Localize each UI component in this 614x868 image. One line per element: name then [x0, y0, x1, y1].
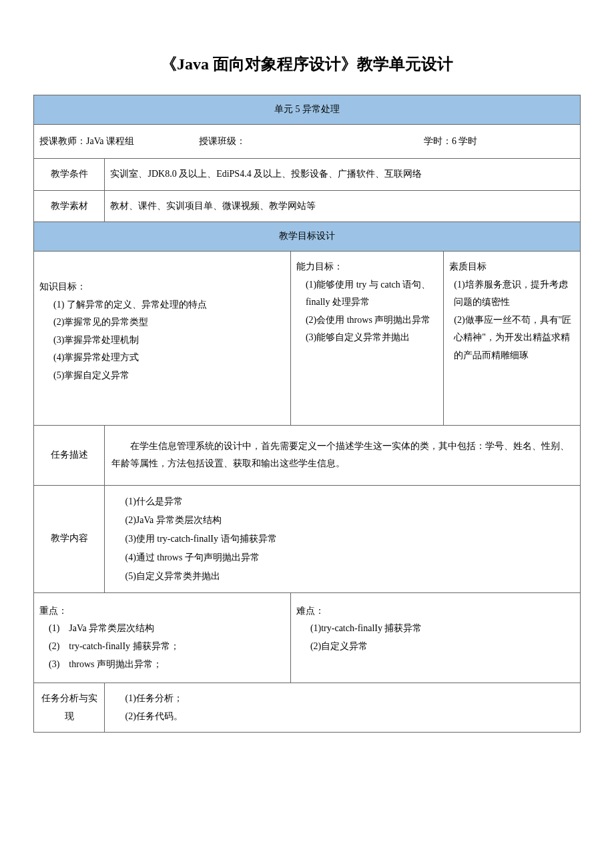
ability-goal-item: (3)能够自定义异常并抛出	[296, 329, 438, 347]
materials-value: 教材、课件、实训项目单、微课视频、教学网站等	[105, 190, 581, 222]
goals-header: 教学目标设计	[34, 222, 581, 252]
knowledge-goal-item: (4)掌握异常处理方式	[39, 349, 285, 367]
difficulties: 难点： (1)try-catch-finalIy 捕获异常 (2)自定义异常	[290, 592, 580, 683]
key-points-title: 重点：	[39, 602, 285, 620]
difficulties-title: 难点：	[296, 602, 575, 620]
class-label: 授课班级：	[199, 136, 246, 146]
quality-goal-item: (2)做事应一丝不苟，具有"匠心精神"，为开发出精益求精的产品而精雕细琢	[449, 312, 575, 365]
quality-goal-item: (1)培养服务意识，提升考虑问题的缜密性	[449, 276, 575, 312]
materials-label: 教学素材	[34, 190, 105, 222]
teach-content: (1)什么是异常 (2)JaVa 异常类层次结构 (3)使用 try-catch…	[105, 485, 581, 592]
ability-goals-title: 能力目标：	[296, 258, 438, 276]
quality-goals-title: 素质目标	[449, 258, 575, 276]
teacher-value: JaVa 课程组	[86, 136, 134, 146]
ability-goals: 能力目标： (1)能够使用 try 与 catch 语句、finally 处理异…	[290, 251, 443, 425]
teach-content-label: 教学内容	[34, 485, 105, 592]
ability-goal-item: (2)会使用 throws 声明抛出异常	[296, 312, 438, 330]
conditions-value: 实训室、JDK8.0 及以上、EdiPS4.4 及以上、投影设备、广播软件、互联…	[105, 159, 581, 191]
teach-content-item: (3)使用 try-catch-finalIy 语句捕获异常	[125, 530, 575, 548]
unit-header: 单元 5 异常处理	[34, 95, 581, 125]
task-analysis-item: (2)任务代码。	[125, 708, 575, 726]
conditions-label: 教学条件	[34, 159, 105, 191]
knowledge-goal-item: (2)掌握常见的异常类型	[39, 314, 285, 332]
lesson-table: 单元 5 异常处理 授课教师：JaVa 课程组 授课班级： 学时：6 学时 教学…	[33, 95, 581, 733]
key-point-item: (1) JaVa 异常类层次结构	[39, 620, 285, 638]
knowledge-goals: 知识目标： (1) 了解异常的定义、异常处理的特点 (2)掌握常见的异常类型 (…	[34, 251, 291, 425]
teacher-label: 授课教师：	[39, 136, 86, 146]
ability-goal-item: (1)能够使用 try 与 catch 语句、finally 处理异常	[296, 276, 438, 312]
task-analysis-label: 任务分析与实现	[34, 683, 105, 733]
knowledge-goal-item: (3)掌握异常处理机制	[39, 332, 285, 350]
key-point-item: (2) try-catch-finalIy 捕获异常；	[39, 638, 285, 656]
teach-content-item: (5)自定义异常类并抛出	[125, 567, 575, 586]
page-title: 《Java 面向对象程序设计》教学单元设计	[33, 53, 581, 75]
hours-label: 学时：	[424, 136, 452, 146]
teach-content-item: (4)通过 throws 子句声明抛出异常	[125, 548, 575, 567]
meta-row: 授课教师：JaVa 课程组 授课班级： 学时：6 学时	[34, 124, 581, 159]
difficulty-item: (1)try-catch-finalIy 捕获异常	[296, 620, 575, 638]
teach-content-item: (1)什么是异常	[125, 492, 575, 511]
knowledge-goal-item: (5)掌握自定义异常	[39, 367, 285, 385]
teach-content-item: (2)JaVa 异常类层次结构	[125, 511, 575, 530]
task-desc-label: 任务描述	[34, 425, 105, 485]
task-analysis-item: (1)任务分析；	[125, 690, 575, 708]
key-point-item: (3) throws 声明抛出异常；	[39, 656, 285, 674]
difficulty-item: (2)自定义异常	[296, 638, 575, 656]
knowledge-goals-title: 知识目标：	[39, 278, 285, 296]
quality-goals: 素质目标 (1)培养服务意识，提升考虑问题的缜密性 (2)做事应一丝不苟，具有"…	[444, 251, 581, 425]
task-analysis: (1)任务分析； (2)任务代码。	[105, 683, 581, 733]
task-desc-value: 在学生信息管理系统的设计中，首先需要定义一个描述学生这一实体的类，其中包括：学号…	[105, 425, 581, 485]
knowledge-goal-item: (1) 了解异常的定义、异常处理的特点	[39, 296, 285, 314]
key-points: 重点： (1) JaVa 异常类层次结构 (2) try-catch-final…	[34, 592, 291, 683]
hours-value: 6 学时	[452, 136, 478, 146]
